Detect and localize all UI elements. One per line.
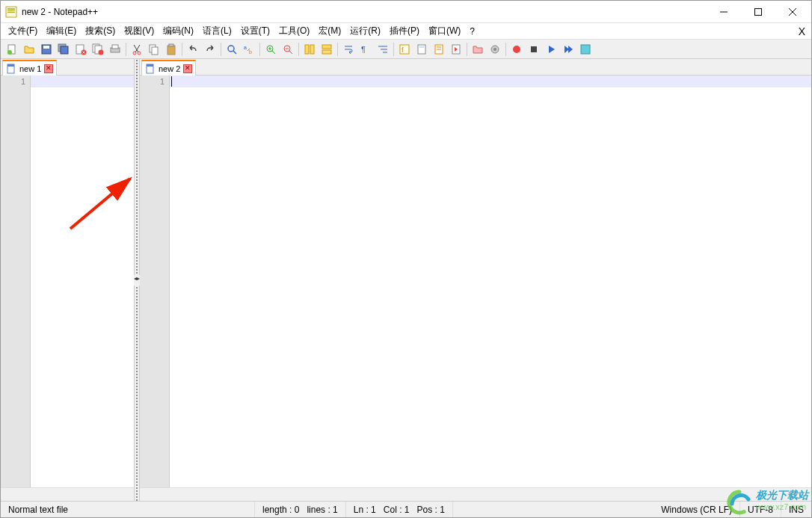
copy-icon[interactable] xyxy=(146,41,162,58)
line-number: 1 xyxy=(21,77,25,86)
svg-point-25 xyxy=(133,52,136,55)
menu-settings[interactable]: 设置(T) xyxy=(236,23,274,39)
wrap-icon[interactable] xyxy=(340,41,357,58)
play-multi-icon[interactable] xyxy=(560,41,576,58)
menu-search[interactable]: 搜索(S) xyxy=(81,23,120,39)
menu-run[interactable]: 运行(R) xyxy=(345,23,385,39)
play-icon[interactable] xyxy=(543,41,559,58)
indent-guides-icon[interactable] xyxy=(375,41,391,58)
menu-language[interactable]: 语言(L) xyxy=(198,23,236,39)
open-file-icon[interactable] xyxy=(21,41,37,58)
doc-map-icon[interactable] xyxy=(413,41,430,58)
svg-rect-1 xyxy=(7,8,15,10)
stop-icon[interactable] xyxy=(526,41,542,58)
text-area[interactable] xyxy=(31,75,134,487)
record-icon[interactable] xyxy=(508,41,525,58)
separator-icon xyxy=(259,43,260,56)
menu-encoding[interactable]: 编码(N) xyxy=(159,23,198,39)
sync-v-icon[interactable] xyxy=(301,41,318,58)
lang-icon[interactable]: f xyxy=(396,41,413,58)
save-icon[interactable] xyxy=(38,41,55,58)
splitter[interactable]: ◂▸ xyxy=(134,59,140,501)
menu-tools[interactable]: 工具(O) xyxy=(274,23,314,39)
left-editor[interactable]: 1 xyxy=(1,75,134,487)
right-editor[interactable]: 1 xyxy=(140,75,811,487)
zoom-out-icon[interactable] xyxy=(280,41,296,58)
svg-rect-3 xyxy=(7,12,15,13)
svg-point-26 xyxy=(138,52,141,55)
separator-icon xyxy=(467,43,467,56)
menu-macro[interactable]: 宏(M) xyxy=(314,23,345,39)
menu-plugins[interactable]: 插件(P) xyxy=(385,23,424,39)
file-icon xyxy=(145,64,156,74)
print-icon[interactable] xyxy=(107,41,123,58)
redo-icon[interactable] xyxy=(202,41,218,58)
close-button[interactable] xyxy=(775,1,810,23)
svg-text:b: b xyxy=(249,49,252,55)
func-list-icon[interactable] xyxy=(448,41,464,58)
right-tabs: new 2 ✕ xyxy=(140,59,811,75)
status-encoding[interactable]: UTF-8 xyxy=(740,502,781,517)
file-icon xyxy=(6,64,16,74)
close-doc-x[interactable]: X xyxy=(799,25,805,37)
status-caret: Ln : 1 Col : 1 Pos : 1 xyxy=(346,502,453,517)
monitor-icon[interactable] xyxy=(487,41,503,58)
h-scrollbar[interactable] xyxy=(140,487,811,501)
all-chars-icon[interactable]: ¶ xyxy=(357,41,374,58)
svg-rect-29 xyxy=(167,46,175,55)
svg-point-59 xyxy=(493,48,496,51)
save-all-icon[interactable] xyxy=(55,41,72,58)
close-file-icon[interactable] xyxy=(73,41,89,58)
tab-close-icon[interactable]: ✕ xyxy=(183,64,192,73)
svg-rect-45 xyxy=(322,50,331,54)
svg-text:a: a xyxy=(244,45,247,50)
svg-line-40 xyxy=(289,51,292,54)
maximize-button[interactable] xyxy=(741,1,775,23)
h-scrollbar[interactable] xyxy=(1,487,134,501)
status-eol[interactable]: Windows (CR LF) xyxy=(653,502,740,517)
undo-icon[interactable] xyxy=(185,41,201,58)
titlebar: new 2 - Notepad++ xyxy=(1,1,811,23)
right-pane: new 2 ✕ 1 xyxy=(140,59,811,501)
line-number: 1 xyxy=(160,77,164,86)
separator-icon xyxy=(393,43,394,56)
svg-point-9 xyxy=(7,50,12,55)
close-all-icon[interactable] xyxy=(90,41,106,58)
sync-h-icon[interactable] xyxy=(319,41,335,58)
find-icon[interactable] xyxy=(224,41,240,58)
tab-new-1[interactable]: new 1 ✕ xyxy=(2,60,57,75)
svg-rect-64 xyxy=(7,64,14,67)
text-area[interactable] xyxy=(170,75,811,487)
minimize-button[interactable] xyxy=(707,1,741,23)
svg-rect-5 xyxy=(755,8,762,15)
tab-close-icon[interactable]: ✕ xyxy=(44,64,53,73)
doc-list-icon[interactable] xyxy=(431,41,447,58)
statusbar: Normal text file length : 0 lines : 1 Ln… xyxy=(1,501,811,517)
save-macro-icon[interactable] xyxy=(577,41,594,58)
tab-new-2[interactable]: new 2 ✕ xyxy=(141,60,196,75)
tab-label: new 2 xyxy=(159,64,180,73)
menu-file[interactable]: 文件(F) xyxy=(4,23,42,39)
status-mode[interactable]: INS xyxy=(781,502,811,517)
zoom-in-icon[interactable] xyxy=(262,41,279,58)
paste-icon[interactable] xyxy=(163,41,179,58)
folder-icon[interactable] xyxy=(470,41,486,58)
menu-help[interactable]: ? xyxy=(465,25,479,38)
svg-rect-44 xyxy=(322,45,331,49)
replace-icon[interactable]: ab xyxy=(241,41,257,58)
cut-icon[interactable] xyxy=(129,41,145,58)
menu-edit[interactable]: 编辑(E) xyxy=(42,23,81,39)
svg-rect-22 xyxy=(112,45,118,49)
svg-rect-43 xyxy=(310,45,314,54)
current-line-highlight xyxy=(170,75,811,87)
content-area: new 1 ✕ 1 ◂▸ new 2 ✕ 1 xyxy=(1,59,811,501)
new-file-icon[interactable] xyxy=(4,41,20,58)
svg-rect-61 xyxy=(531,46,537,52)
left-tabs: new 1 ✕ xyxy=(1,59,134,75)
window-title: new 2 - Notepad++ xyxy=(22,7,707,17)
svg-rect-13 xyxy=(61,46,68,54)
text-cursor xyxy=(171,76,172,87)
menu-view[interactable]: 视图(V) xyxy=(120,23,159,39)
svg-rect-53 xyxy=(419,46,424,48)
menu-window[interactable]: 窗口(W) xyxy=(424,23,465,39)
